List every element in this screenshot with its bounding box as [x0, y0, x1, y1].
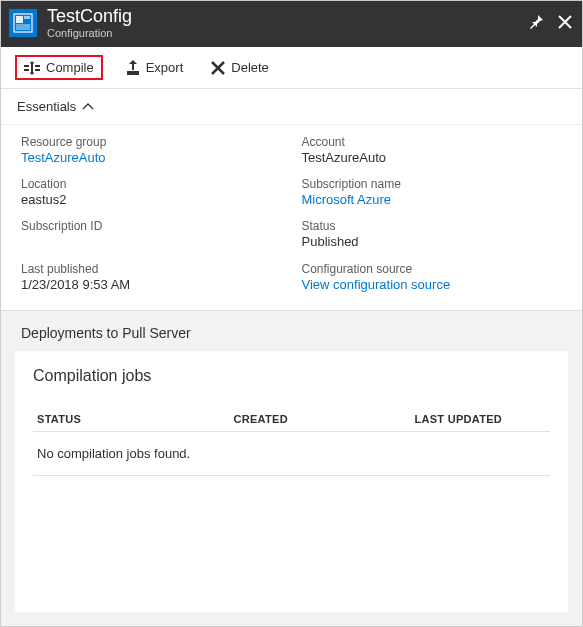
export-label: Export: [146, 60, 184, 75]
configuration-source-link[interactable]: View configuration source: [302, 276, 563, 294]
blade-header: TestConfig Configuration: [1, 1, 582, 47]
field-value: eastus2: [21, 191, 282, 209]
field-last-published: Last published 1/23/2018 9:53 AM: [21, 262, 282, 294]
compilation-jobs-panel: Compilation jobs STATUS CREATED LAST UPD…: [15, 351, 568, 612]
field-label: Location: [21, 177, 282, 191]
compile-icon: [24, 61, 40, 75]
compilation-jobs-table: STATUS CREATED LAST UPDATED No compilati…: [33, 407, 550, 476]
delete-label: Delete: [231, 60, 269, 75]
export-icon: [126, 60, 140, 76]
field-label: Subscription name: [302, 177, 563, 191]
deployments-section: Deployments to Pull Server Compilation j…: [1, 311, 582, 626]
table-row: No compilation jobs found.: [33, 431, 550, 475]
compile-label: Compile: [46, 60, 94, 75]
field-configuration-source: Configuration source View configuration …: [302, 262, 563, 294]
column-status[interactable]: STATUS: [33, 407, 229, 432]
page-subtitle: Configuration: [47, 27, 528, 39]
field-subscription-id: Subscription ID: [21, 219, 282, 251]
field-label: Configuration source: [302, 262, 563, 276]
column-last-updated[interactable]: LAST UPDATED: [410, 407, 550, 432]
table-header-row: STATUS CREATED LAST UPDATED: [33, 407, 550, 432]
empty-message: No compilation jobs found.: [33, 431, 550, 475]
field-account: Account TestAzureAuto: [302, 135, 563, 167]
page-title: TestConfig: [47, 7, 528, 27]
export-button[interactable]: Export: [121, 57, 189, 79]
field-resource-group: Resource group TestAzureAuto: [21, 135, 282, 167]
pin-icon[interactable]: [528, 14, 544, 33]
delete-button[interactable]: Delete: [206, 57, 274, 78]
field-label: Status: [302, 219, 563, 233]
field-label: Subscription ID: [21, 219, 282, 233]
chevron-up-icon: [82, 99, 94, 114]
toolbar: Compile Export Delete: [1, 47, 582, 89]
field-subscription-name: Subscription name Microsoft Azure: [302, 177, 563, 209]
deployments-title: Deployments to Pull Server: [15, 325, 568, 341]
column-created[interactable]: CREATED: [229, 407, 410, 432]
field-location: Location eastus2: [21, 177, 282, 209]
essentials-panel: Resource group TestAzureAuto Account Tes…: [1, 125, 582, 311]
configuration-icon: [9, 9, 37, 37]
essentials-label: Essentials: [17, 99, 76, 114]
close-icon[interactable]: [558, 15, 572, 32]
header-actions: [528, 14, 572, 33]
field-label: Last published: [21, 262, 282, 276]
field-label: Account: [302, 135, 563, 149]
panel-title: Compilation jobs: [33, 367, 550, 385]
field-label: Resource group: [21, 135, 282, 149]
svg-rect-2: [24, 16, 30, 19]
delete-icon: [211, 61, 225, 75]
header-text: TestConfig Configuration: [47, 7, 528, 39]
field-value: Published: [302, 233, 563, 251]
svg-rect-1: [16, 16, 23, 23]
compile-button[interactable]: Compile: [15, 55, 103, 80]
essentials-toggle[interactable]: Essentials: [1, 89, 582, 125]
resource-group-link[interactable]: TestAzureAuto: [21, 149, 282, 167]
field-value: 1/23/2018 9:53 AM: [21, 276, 282, 294]
svg-rect-3: [16, 24, 30, 30]
field-value: TestAzureAuto: [302, 149, 563, 167]
field-status: Status Published: [302, 219, 563, 251]
subscription-name-link[interactable]: Microsoft Azure: [302, 191, 563, 209]
